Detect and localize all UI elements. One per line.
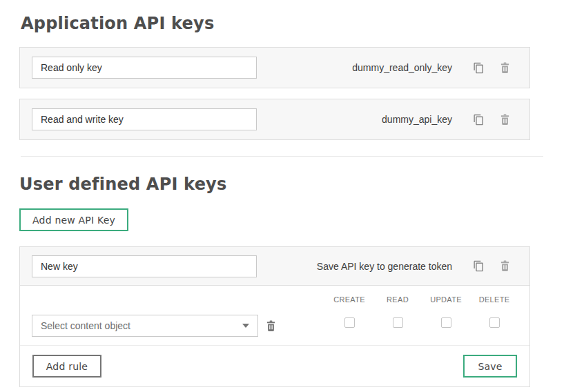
permission-label: UPDATE bbox=[422, 295, 470, 304]
key-row-right: dummy_api_key bbox=[382, 114, 510, 126]
permission-column-delete: DELETE bbox=[470, 295, 518, 328]
page-title-application-api-keys: Application API keys bbox=[21, 14, 530, 33]
copy-icon[interactable] bbox=[473, 260, 485, 272]
new-key-name-input[interactable] bbox=[32, 255, 257, 277]
key-name-input[interactable] bbox=[32, 57, 257, 79]
api-key-row: dummy_read_only_key bbox=[19, 47, 530, 88]
permission-label: CREATE bbox=[325, 295, 373, 304]
trash-icon[interactable] bbox=[266, 320, 276, 332]
content-object-select[interactable]: Select content object bbox=[32, 315, 258, 337]
permission-column-update: UPDATE bbox=[422, 295, 470, 328]
caret-down-icon bbox=[242, 324, 249, 328]
delete-checkbox[interactable] bbox=[489, 317, 500, 328]
permission-column-read: READ bbox=[373, 295, 422, 328]
permissions-grid: CREATE READ UPDATE DELETE bbox=[325, 295, 518, 328]
new-key-card: Save API key to generate token Select co… bbox=[19, 246, 530, 387]
trash-icon[interactable] bbox=[500, 114, 510, 126]
token-hint-text: Save API key to generate token bbox=[317, 261, 452, 272]
api-key-value: dummy_api_key bbox=[382, 114, 452, 125]
add-rule-button[interactable]: Add rule bbox=[32, 355, 101, 378]
trash-icon[interactable] bbox=[500, 260, 510, 272]
api-key-value: dummy_read_only_key bbox=[352, 62, 452, 73]
save-button[interactable]: Save bbox=[463, 355, 517, 378]
trash-icon[interactable] bbox=[500, 62, 510, 74]
update-checkbox[interactable] bbox=[441, 317, 451, 328]
permission-label: DELETE bbox=[470, 295, 518, 304]
api-keys-page: Application API keys dummy_read_only_key… bbox=[0, 0, 530, 387]
read-checkbox[interactable] bbox=[393, 317, 403, 328]
key-row-right: dummy_read_only_key bbox=[352, 62, 510, 74]
section-divider bbox=[21, 156, 543, 157]
copy-icon[interactable] bbox=[473, 114, 485, 126]
api-key-row: dummy_api_key bbox=[19, 99, 530, 140]
rule-row: Select content object CREATE READ UP bbox=[20, 286, 529, 345]
key-row-right: Save API key to generate token bbox=[317, 260, 510, 272]
copy-icon[interactable] bbox=[473, 62, 485, 74]
new-key-row: Save API key to generate token bbox=[20, 247, 529, 286]
key-name-input[interactable] bbox=[32, 108, 257, 130]
permission-label: READ bbox=[373, 295, 422, 304]
add-new-api-key-button[interactable]: Add new API Key bbox=[19, 208, 128, 231]
content-object-select-value: Select content object bbox=[41, 320, 130, 331]
page-title-user-defined-api-keys: User defined API keys bbox=[19, 175, 530, 194]
card-actions-row: Add rule Save bbox=[20, 345, 529, 386]
create-checkbox[interactable] bbox=[344, 317, 355, 328]
permission-column-create: CREATE bbox=[325, 295, 373, 328]
